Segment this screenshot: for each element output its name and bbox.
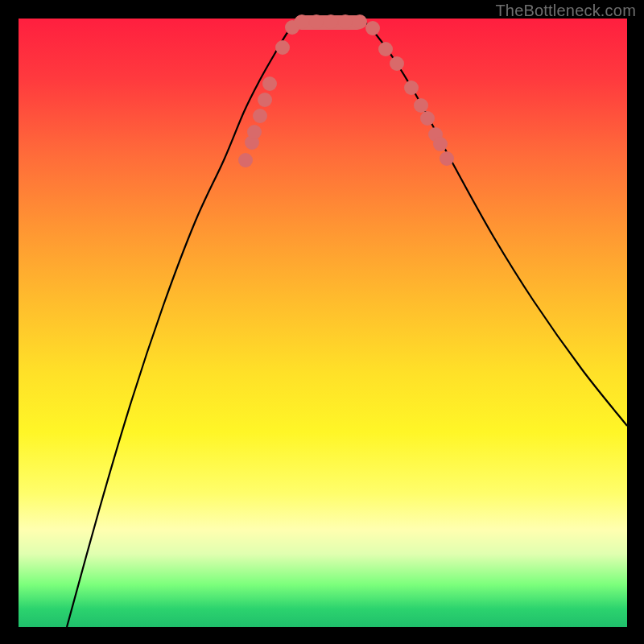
plot-area: [19, 19, 627, 627]
scatter-point: [420, 111, 435, 126]
scatter-point: [309, 14, 324, 29]
scatter-point: [390, 56, 404, 71]
scatter-point: [365, 21, 380, 35]
scatter-point: [353, 14, 367, 29]
scatter-point: [247, 125, 262, 139]
scatter-point: [433, 137, 448, 151]
scatter-point: [338, 14, 353, 29]
scatter-point: [404, 80, 419, 95]
scatter-point: [262, 76, 277, 91]
watermark-text: TheBottleneck.com: [495, 2, 636, 20]
scatter-point: [238, 153, 253, 167]
scatter-markers: [238, 14, 454, 167]
scatter-point: [258, 93, 272, 107]
scatter-point: [295, 14, 309, 29]
scatter-point: [275, 40, 290, 55]
scatter-point: [253, 109, 267, 123]
scatter-point: [324, 14, 338, 29]
chart-frame: TheBottleneck.com: [0, 0, 644, 644]
scatter-point: [440, 151, 454, 166]
bottleneck-curve: [67, 17, 627, 627]
scatter-point: [414, 98, 428, 113]
scatter-point: [378, 42, 393, 56]
chart-svg: [19, 19, 627, 627]
